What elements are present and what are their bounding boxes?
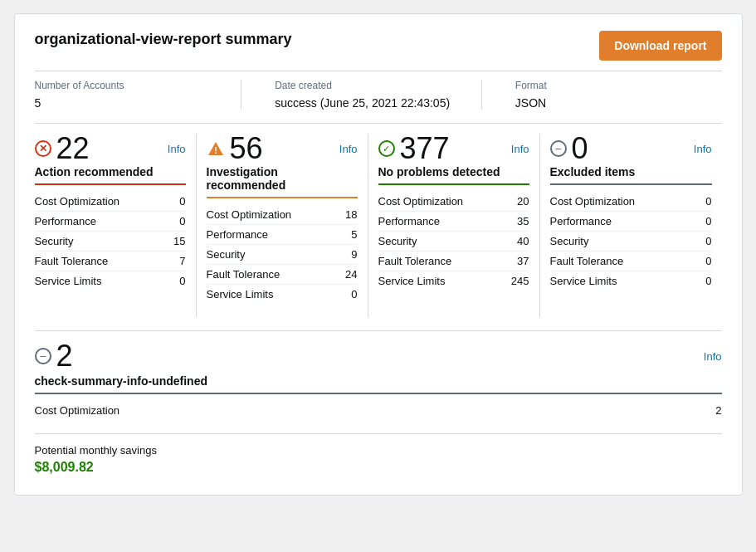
category-count: 0 [179, 195, 185, 208]
stat-header-action: ✕22Info [35, 134, 186, 164]
category-name: Fault Tolerance [378, 255, 452, 267]
categories-no-problems: Cost Optimization20Performance35Security… [378, 192, 529, 291]
format-meta: Format JSON [481, 80, 722, 110]
format-label: Format [515, 80, 722, 91]
stat-number-no-problems: 377 [400, 134, 450, 164]
category-name: Cost Optimization [35, 195, 120, 208]
stat-icon-number-excluded: −0 [550, 134, 588, 164]
table-row: Fault Tolerance7 [35, 252, 186, 271]
table-row: Performance0 [550, 212, 712, 232]
bottom-info-link[interactable]: Info [704, 350, 722, 363]
info-link-action[interactable]: Info [168, 143, 186, 155]
table-row: Performance0 [35, 212, 186, 232]
category-name: Fault Tolerance [35, 255, 109, 267]
category-name: Security [207, 248, 246, 261]
categories-action: Cost Optimization0Performance0Security15… [35, 192, 186, 291]
table-row: Service Limits0 [550, 271, 712, 291]
category-name: Service Limits [378, 275, 446, 287]
table-row: Fault Tolerance0 [550, 252, 712, 271]
category-count: 15 [173, 235, 185, 247]
stat-label-investigation: Investigation recommended [207, 165, 358, 198]
stat-number-action: 22 [56, 134, 90, 164]
info-link-excluded[interactable]: Info [694, 143, 712, 155]
category-count: 40 [517, 235, 529, 247]
minus-circle-icon: − [550, 140, 567, 157]
bottom-categories: Cost Optimization2 [35, 401, 722, 420]
stat-block-action: ✕22InfoAction recommendedCost Optimizati… [35, 134, 197, 317]
check-circle-icon: ✓ [378, 140, 395, 157]
table-row: Security9 [207, 245, 358, 265]
table-row: Performance35 [378, 212, 529, 232]
date-label: Date created [275, 80, 481, 91]
category-name: Fault Tolerance [207, 268, 280, 281]
table-row: Security15 [35, 232, 186, 252]
date-value: success (June 25, 2021 22:43:05) [275, 96, 481, 110]
category-count: 7 [179, 255, 185, 267]
stat-number-excluded: 0 [572, 134, 588, 164]
category-count: 0 [179, 215, 185, 227]
stat-header-excluded: −0Info [550, 134, 712, 164]
stat-number-investigation: 56 [230, 134, 263, 164]
table-row: Fault Tolerance24 [207, 265, 358, 285]
minus-circle-icon: − [35, 348, 51, 364]
table-row: Fault Tolerance37 [378, 252, 529, 271]
category-count: 0 [705, 235, 711, 247]
category-count: 5 [351, 228, 357, 241]
category-count: 20 [517, 195, 529, 208]
category-name: Cost Optimization [207, 208, 292, 221]
stat-block-excluded: −0InfoExcluded itemsCost Optimization0Pe… [550, 134, 722, 317]
accounts-label: Number of Accounts [35, 80, 241, 91]
savings-label: Potential monthly savings [35, 444, 722, 457]
category-count: 35 [517, 215, 529, 227]
date-meta: Date created success (June 25, 2021 22:4… [241, 80, 481, 110]
header-row: organizational-view-report summary Downl… [35, 31, 722, 61]
category-name: Service Limits [35, 275, 102, 287]
table-row: Service Limits0 [35, 271, 186, 291]
savings-value: $8,009.82 [35, 460, 722, 475]
bottom-label: check-summary-info-undefined [35, 374, 722, 394]
info-link-no-problems[interactable]: Info [511, 143, 529, 155]
meta-row: Number of Accounts 5 Date created succes… [35, 71, 722, 110]
category-name: Service Limits [207, 288, 274, 300]
category-count: 0 [179, 275, 185, 287]
info-link-investigation[interactable]: Info [339, 143, 358, 155]
category-count: 2 [715, 404, 721, 417]
table-row: Service Limits0 [207, 285, 358, 304]
category-count: 24 [345, 268, 357, 281]
stats-grid: ✕22InfoAction recommendedCost Optimizati… [35, 123, 722, 317]
table-row: Cost Optimization20 [378, 192, 529, 212]
accounts-meta: Number of Accounts 5 [35, 80, 241, 110]
table-row: Service Limits245 [378, 271, 529, 291]
stat-header-investigation: !56Info [207, 134, 358, 164]
stat-label-action: Action recommended [35, 165, 186, 185]
download-button[interactable]: Download report [599, 31, 721, 61]
stat-header-no-problems: ✓377Info [378, 134, 529, 164]
accounts-value: 5 [35, 96, 241, 110]
category-count: 9 [351, 248, 357, 261]
stat-icon-number-investigation: !56 [207, 134, 263, 164]
category-count: 0 [705, 195, 711, 208]
category-name: Fault Tolerance [550, 255, 624, 267]
category-count: 0 [705, 215, 711, 227]
category-name: Cost Optimization [378, 195, 464, 208]
category-name: Service Limits [550, 275, 617, 287]
savings-section: Potential monthly savings $8,009.82 [35, 433, 722, 475]
categories-excluded: Cost Optimization0Performance0Security0F… [550, 192, 712, 291]
categories-investigation: Cost Optimization18Performance5Security9… [207, 205, 358, 304]
stat-icon-number-no-problems: ✓377 [378, 134, 450, 164]
stat-block-no-problems: ✓377InfoNo problems detectedCost Optimiz… [378, 134, 540, 317]
table-row: Cost Optimization18 [207, 205, 358, 225]
stat-block-investigation: !56InfoInvestigation recommendedCost Opt… [207, 134, 368, 317]
table-row: Cost Optimization0 [35, 192, 186, 212]
stat-icon-number-action: ✕22 [35, 134, 90, 164]
triangle-warning-icon: ! [207, 139, 225, 158]
category-count: 0 [705, 275, 711, 287]
category-name: Performance [550, 215, 612, 227]
table-row: Cost Optimization2 [35, 401, 722, 420]
table-row: Performance5 [207, 225, 358, 245]
category-name: Performance [378, 215, 440, 227]
svg-text:!: ! [214, 145, 217, 155]
category-name: Performance [35, 215, 96, 227]
category-count: 37 [517, 255, 529, 267]
table-row: Cost Optimization0 [550, 192, 712, 212]
